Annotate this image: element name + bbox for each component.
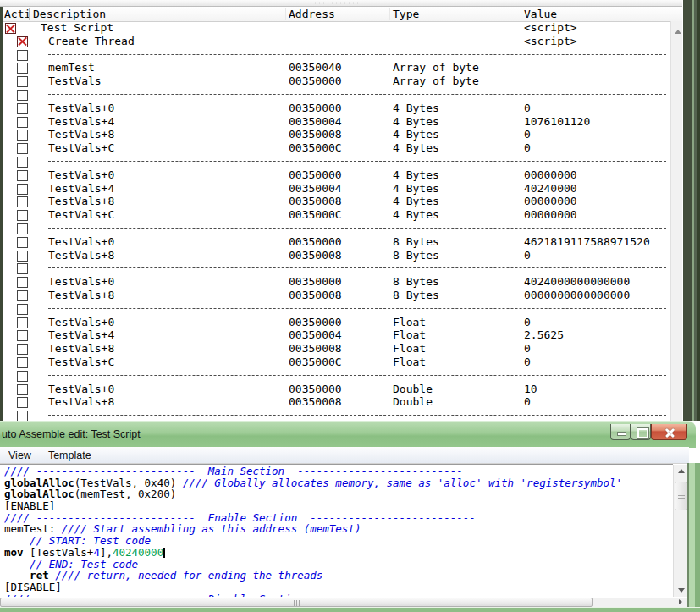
type-cell[interactable]: Array of byte	[393, 61, 479, 74]
active-checkbox[interactable]	[17, 277, 28, 288]
value-cell[interactable]: 40240000	[524, 182, 577, 196]
address-cell[interactable]: 00350008	[289, 289, 342, 302]
value-cell[interactable]: 0	[524, 356, 531, 369]
list-row[interactable]: Test Script<script>	[3, 21, 668, 35]
active-checkbox[interactable]	[17, 210, 28, 221]
list-row[interactable]: TestVals+800350008Double0	[3, 395, 668, 409]
active-checkbox[interactable]	[17, 184, 28, 195]
list-row[interactable]: TestVals+0003500004 Bytes0	[3, 102, 668, 115]
script-editor[interactable]: //// ------------------------- Main Sect…	[0, 464, 673, 597]
active-checkbox[interactable]	[17, 237, 28, 248]
description-cell[interactable]: TestVals+4	[48, 115, 114, 129]
active-checkbox[interactable]	[17, 143, 28, 154]
active-checkbox[interactable]	[17, 344, 28, 355]
active-checkbox[interactable]	[17, 357, 28, 368]
description-cell[interactable]: TestVals+0	[48, 168, 114, 182]
list-separator-row[interactable]	[3, 262, 668, 275]
active-checkbox[interactable]	[17, 411, 28, 421]
type-cell[interactable]: Float	[393, 328, 426, 342]
list-row[interactable]: TestVals+000350000Double10	[3, 383, 668, 396]
value-cell[interactable]: 00000000	[524, 208, 577, 222]
value-cell[interactable]: 00000000	[524, 195, 577, 208]
active-checkbox[interactable]	[17, 317, 28, 328]
address-cell[interactable]: 00350008	[289, 195, 342, 208]
list-row[interactable]: TestVals+C0035000CFloat0	[3, 356, 668, 369]
column-header-address[interactable]: Address	[289, 8, 335, 20]
value-cell[interactable]: 4621819117588971520	[524, 235, 650, 249]
list-row[interactable]: Create Thread<script>	[3, 35, 668, 48]
list-row[interactable]: TestVals+8003500084 Bytes0	[3, 128, 668, 141]
list-row[interactable]: TestVals+000350000Float0	[3, 316, 668, 329]
code-line[interactable]: globalAlloc(memTest, 0x200)	[4, 488, 673, 500]
list-row[interactable]: TestVals+400350004Float2.5625	[3, 328, 668, 342]
list-row[interactable]: TestVals+4003500044 Bytes1076101120	[3, 115, 668, 129]
address-cell[interactable]: 00350040	[289, 61, 342, 74]
value-cell[interactable]: 0	[524, 395, 531, 409]
list-row[interactable]: TestVals+8003500084 Bytes00000000	[3, 195, 668, 208]
type-cell[interactable]: 8 Bytes	[393, 235, 439, 249]
type-cell[interactable]: 4 Bytes	[393, 195, 439, 208]
description-cell[interactable]: Test Script	[41, 21, 113, 35]
description-cell[interactable]: TestVals	[48, 74, 102, 88]
active-checkbox[interactable]	[17, 290, 28, 301]
active-checkbox[interactable]	[17, 76, 28, 87]
code-line[interactable]: // START: Test code	[4, 535, 673, 547]
value-cell[interactable]: 0	[524, 342, 531, 356]
list-separator-row[interactable]	[3, 88, 668, 102]
active-checkbox[interactable]	[17, 384, 28, 395]
address-cell[interactable]: 00350000	[289, 74, 342, 88]
description-cell[interactable]: TestVals+8	[48, 289, 114, 302]
description-cell[interactable]: TestVals+4	[48, 328, 114, 342]
scroll-up-arrow-icon[interactable]	[675, 30, 681, 34]
active-checkbox-checked[interactable]	[17, 36, 28, 47]
description-cell[interactable]: TestVals+0	[48, 235, 114, 249]
scrollbar-thumb[interactable]	[675, 482, 688, 510]
panel-splitter[interactable]	[0, 0, 682, 7]
active-checkbox[interactable]	[17, 330, 28, 341]
type-cell[interactable]: Float	[393, 316, 426, 329]
address-cell[interactable]: 00350000	[289, 235, 342, 249]
active-checkbox[interactable]	[17, 117, 28, 128]
active-checkbox-checked[interactable]	[5, 23, 16, 34]
list-row[interactable]: TestVals+0003500008 Bytes462181911758897…	[3, 235, 668, 249]
list-row[interactable]: TestVals+4003500044 Bytes40240000	[3, 182, 668, 196]
code-line[interactable]: //// ------------------------- Main Sect…	[4, 466, 673, 477]
active-checkbox[interactable]	[17, 103, 28, 114]
type-cell[interactable]: 8 Bytes	[393, 249, 439, 262]
description-cell[interactable]: memTest	[48, 61, 95, 74]
type-cell[interactable]: Double	[393, 383, 433, 396]
list-row[interactable]: TestVals+800350008Float0	[3, 342, 668, 356]
list-row[interactable]: TestVals+C0035000C4 Bytes0	[3, 141, 668, 155]
value-cell[interactable]: <script>	[524, 35, 577, 48]
active-checkbox[interactable]	[17, 90, 28, 101]
description-cell[interactable]: Create Thread	[48, 35, 135, 48]
address-cell[interactable]: 0035000C	[289, 356, 342, 369]
list-row[interactable]: memTest00350040Array of byte	[3, 61, 668, 74]
list-row[interactable]: TestVals+0003500004 Bytes00000000	[3, 168, 668, 182]
active-checkbox[interactable]	[17, 263, 28, 274]
column-divider[interactable]	[521, 8, 521, 20]
code-line[interactable]: //// ------------------------- Enable Se…	[4, 512, 673, 524]
list-row[interactable]: TestVals+0003500008 Bytes402400000000000…	[3, 275, 668, 289]
list-row[interactable]: TestVals+8003500088 Bytes000000000000000…	[3, 289, 668, 302]
description-cell[interactable]: TestVals+C	[48, 356, 114, 369]
column-header-value[interactable]: Value	[524, 8, 557, 20]
editor-vertical-scrollbar[interactable]	[673, 465, 688, 597]
value-cell[interactable]: 0000000000000000	[524, 289, 630, 302]
description-cell[interactable]: TestVals+C	[48, 141, 114, 155]
value-cell[interactable]: <script>	[524, 21, 577, 35]
address-cell[interactable]: 00350004	[289, 115, 342, 129]
code-line[interactable]: mov [TestVals+4],40240000	[4, 547, 673, 559]
description-cell[interactable]: TestVals+8	[48, 128, 114, 141]
type-cell[interactable]: 8 Bytes	[393, 289, 439, 302]
description-cell[interactable]: TestVals+8	[48, 195, 114, 208]
address-cell[interactable]: 00350008	[289, 342, 342, 356]
value-cell[interactable]: 00000000	[524, 168, 577, 182]
active-checkbox[interactable]	[17, 371, 28, 382]
menu-item-view[interactable]: View	[0, 447, 40, 462]
aa-window-titlebar[interactable]: uto Assemble edit: Test Script	[0, 421, 696, 448]
value-cell[interactable]: 1076101120	[524, 115, 590, 129]
list-row[interactable]: TestVals+8003500088 Bytes0	[3, 249, 668, 262]
description-cell[interactable]: TestVals+0	[48, 102, 114, 115]
active-checkbox[interactable]	[17, 63, 28, 74]
